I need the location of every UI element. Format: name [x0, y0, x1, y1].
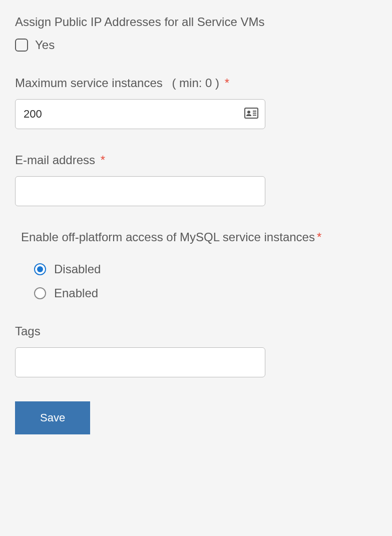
radio-disabled[interactable]: [34, 263, 46, 275]
max-instances-label-text: Maximum service instances: [15, 76, 163, 90]
radio-row-disabled: Disabled: [34, 262, 377, 276]
radio-row-enabled: Enabled: [34, 286, 377, 300]
assign-ip-checkbox-label: Yes: [35, 38, 55, 52]
required-asterisk: *: [225, 76, 229, 90]
off-platform-section: Enable off-platform access of MySQL serv…: [15, 230, 377, 300]
max-instances-input-wrapper: [15, 99, 265, 129]
tags-label: Tags: [15, 324, 377, 338]
max-instances-hint: ( min: 0 ): [172, 76, 219, 90]
max-instances-section: Maximum service instances ( min: 0 ) *: [15, 76, 377, 129]
email-section: E-mail address *: [15, 153, 377, 206]
email-label-text: E-mail address: [15, 153, 95, 167]
required-asterisk: *: [317, 230, 321, 244]
assign-ip-checkbox-row: Yes: [15, 38, 377, 52]
assign-ip-label: Assign Public IP Addresses for all Servi…: [15, 15, 377, 29]
max-instances-input[interactable]: [15, 99, 265, 129]
tags-input[interactable]: [15, 347, 265, 377]
radio-enabled-label: Enabled: [54, 286, 98, 300]
max-instances-label: Maximum service instances ( min: 0 ) *: [15, 76, 377, 90]
tags-section: Tags: [15, 324, 377, 377]
off-platform-radio-group: Disabled Enabled: [15, 262, 377, 300]
assign-ip-section: Assign Public IP Addresses for all Servi…: [15, 15, 377, 52]
save-button[interactable]: Save: [15, 401, 90, 434]
off-platform-label: Enable off-platform access of MySQL serv…: [21, 230, 377, 244]
radio-disabled-label: Disabled: [54, 262, 101, 276]
radio-enabled[interactable]: [34, 287, 46, 299]
email-label: E-mail address *: [15, 153, 377, 167]
email-input[interactable]: [15, 176, 265, 206]
off-platform-label-text: Enable off-platform access of MySQL serv…: [21, 230, 315, 244]
required-asterisk: *: [101, 153, 105, 167]
assign-ip-checkbox[interactable]: [15, 39, 28, 52]
